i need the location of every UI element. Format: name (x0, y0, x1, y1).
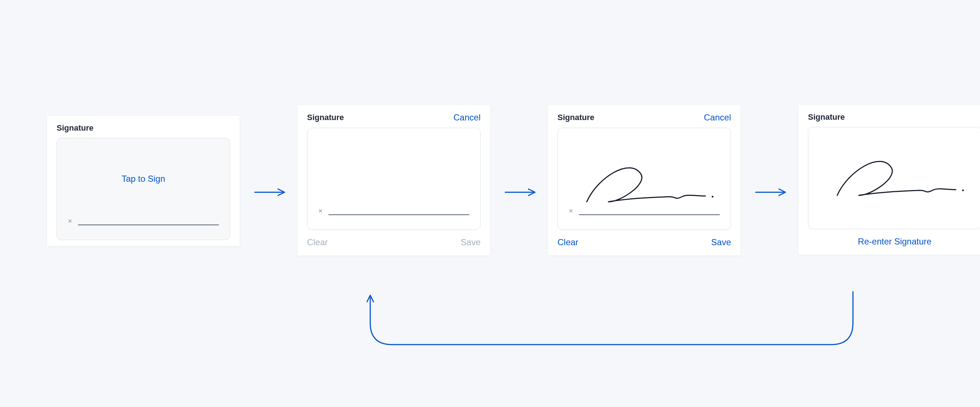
signature-card-signed: Signature Cancel × Clear Save (548, 105, 740, 255)
card-header: Signature Cancel (298, 105, 490, 128)
card-header: Signature Cancel (548, 105, 740, 128)
tap-to-sign-area[interactable]: Tap to Sign × (57, 138, 230, 240)
signature-card-idle: Signature Tap to Sign × (47, 116, 240, 246)
save-button-disabled: Save (461, 237, 480, 247)
signature-stroke (576, 162, 720, 206)
card-title: Signature (57, 123, 93, 133)
card-footer: Re-enter Signature (799, 235, 980, 254)
signature-underline (579, 215, 720, 215)
signature-drawing-area[interactable]: × (307, 128, 480, 230)
signature-baseline: × (68, 217, 219, 225)
card-header: Signature (47, 116, 240, 138)
signature-baseline: × (569, 207, 720, 215)
x-icon: × (569, 207, 573, 215)
flow-arrow-3 (755, 188, 788, 197)
signature-display (808, 127, 980, 229)
x-icon: × (318, 207, 323, 215)
card-footer: Clear Save (298, 236, 490, 255)
signature-card-empty-pad: Signature Cancel × Clear Save (298, 105, 490, 255)
signature-drawing-area[interactable]: × (557, 128, 731, 230)
signature-underline (78, 224, 219, 225)
card-title: Signature (557, 113, 594, 122)
flow-arrow-loopback (367, 290, 857, 363)
card-title: Signature (307, 113, 344, 122)
signature-card-saved: Signature Re-enter Signature (799, 105, 980, 254)
signature-baseline: × (318, 207, 469, 215)
save-button[interactable]: Save (711, 237, 731, 247)
svg-point-2 (712, 196, 714, 198)
x-icon: × (68, 217, 72, 225)
svg-point-4 (962, 189, 964, 191)
clear-button[interactable]: Clear (557, 237, 578, 247)
cancel-button[interactable]: Cancel (453, 113, 480, 122)
card-title: Signature (808, 113, 845, 122)
cancel-button[interactable]: Cancel (704, 113, 731, 122)
signature-stroke (826, 156, 970, 200)
flow-arrow-1 (254, 188, 287, 197)
reenter-signature-button[interactable]: Re-enter Signature (858, 237, 932, 246)
card-header: Signature (799, 105, 980, 127)
clear-button-disabled: Clear (307, 237, 328, 247)
flow-arrow-2 (504, 188, 537, 197)
card-footer: Clear Save (548, 236, 740, 255)
tap-to-sign-label: Tap to Sign (57, 174, 230, 184)
signature-underline (328, 215, 469, 215)
